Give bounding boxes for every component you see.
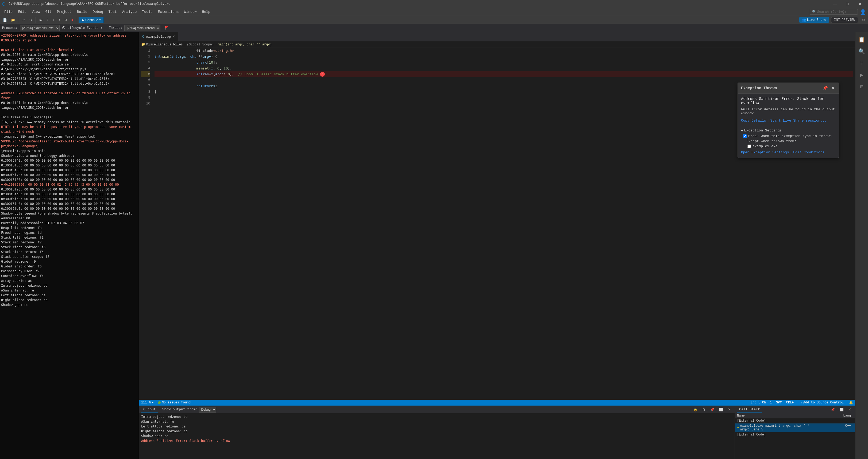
exception-pin-button[interactable]: 📌 [822,85,829,91]
add-to-source-control[interactable]: ⬆ Add to Source Control [800,401,844,405]
continue-dropdown-icon: ▾ [99,18,101,22]
call-stack-maximize-button[interactable]: ⬜ [838,407,845,413]
open-exception-settings-link[interactable]: Open Exception Settings [741,151,789,155]
except-exe-checkbox[interactable] [747,144,751,148]
terminal-line: #0 0xd1230 in main C:\MSDN\cpp-docs-pr\d… [1,52,138,62]
undo-button[interactable]: ↩ [21,17,27,23]
menu-edit[interactable]: Edit [16,9,28,15]
collapse-icon: ◀ [741,128,743,133]
menu-test[interactable]: Test [106,9,119,15]
step-into-button[interactable]: ↓ [51,17,56,23]
step-back-button[interactable]: ⏮ [37,17,44,23]
redo-button[interactable]: ↪ [28,17,34,23]
menu-help[interactable]: Help [200,9,212,15]
live-share-button[interactable]: 👥 Live Share [799,17,829,23]
ln-9: 9 [141,95,150,101]
tab-close-button[interactable]: × [173,34,175,39]
stop-button[interactable]: ■ [69,17,75,23]
menu-extensions[interactable]: Extensions [156,9,181,15]
output-filter-select[interactable]: Debug [198,407,216,413]
editor-tab-example1cpp[interactable]: C example1.cpp × [139,32,178,41]
output-line: Right alloca redzone: cb [141,429,733,434]
code-line-2: int main(int argc, char **argv) { [155,54,853,60]
menu-view[interactable]: View [29,9,42,15]
extensions-activity-button[interactable]: ⊞ [857,81,867,92]
breadcrumb-folder[interactable]: Miscellaneous Files [146,43,183,46]
output-scroll-lock-button[interactable]: 🔒 [691,407,699,413]
settings-button[interactable]: ⚙ [860,17,867,23]
no-issues-icon [158,401,161,404]
open-folder-button[interactable]: 📂 [9,17,17,23]
call-stack-close-button[interactable]: ✕ [847,407,853,413]
breadcrumb-sep-1: › [184,43,186,46]
output-maximize-button[interactable]: ⬜ [717,407,725,413]
thread-select[interactable]: [2604] Main Thread [124,25,160,31]
new-file-button[interactable]: 📄 [1,17,9,23]
call-stack-pin-button[interactable]: 📌 [829,407,837,413]
call-stack-tab[interactable]: Call Stack [737,406,762,413]
breadcrumb-scope[interactable]: (Global Scope) [187,43,214,46]
editor-area: 1 2 3 4 5 6 7 8 9 10 #include <string.h> [139,48,855,405]
menu-build[interactable]: Build [75,9,90,15]
output-tab[interactable]: Output [141,406,158,413]
explorer-activity-button[interactable]: 📋 [857,34,867,45]
cs-row-external-2[interactable]: [External Code] [735,432,855,437]
cs-row-external-1[interactable]: [External Code] [735,418,855,423]
notifications-status[interactable]: 🔔 [849,401,853,405]
zoom-status[interactable]: 111 % ▾ [141,401,154,405]
tab-filename: example1.cpp [146,35,171,39]
terminal-line: Address 0x007afcb2 is located in stack o… [1,91,138,100]
continue-button[interactable]: ▶ Continue ▾ [79,17,104,23]
menu-git[interactable]: Git [43,9,54,15]
no-issues-status[interactable]: No issues found [158,401,191,404]
account-icon[interactable]: 👤 [860,9,866,15]
search-placeholder: Search (Ctrl+Q) [817,10,846,14]
code-line-1: #include <string.h> [155,48,853,54]
menu-debug[interactable]: Debug [91,9,105,15]
editor-status-bar: 111 % ▾ No issues found Ln: 5 Ch: 1 SPC … [139,400,855,405]
cs-col-lang-header: Lang [813,414,853,418]
break-on-exception-checkbox[interactable] [743,134,747,138]
maximize-button[interactable]: □ [841,0,854,8]
line-col-status[interactable]: Ln: 5 Ch: 1 [751,401,772,404]
menu-tools[interactable]: Tools [140,9,155,15]
search-activity-button[interactable]: 🔍 [857,46,867,57]
debug-activity-button[interactable]: ▶ [857,69,867,80]
menu-project[interactable]: Project [55,9,74,15]
output-panel: Output Show output from: Debug 🔒 🗑 📌 ⬜ ✕ [139,406,735,459]
search-box[interactable]: 🔍 Search (Ctrl+Q) [810,9,858,15]
cs-row-main[interactable]: ➡ example1.exe!main(int argc, char * * a… [735,423,855,432]
edit-conditions-link[interactable]: Edit Conditions [793,151,825,155]
minimize-button[interactable]: — [829,0,841,8]
int-preview-label: INT PREVIEW [834,18,855,22]
code-area[interactable]: #include <string.h> int main(int argc, c… [152,48,855,400]
process-select[interactable]: [23696] example1.exe [20,25,60,31]
exception-body: Address Sanitizer Error: Stack buffer ov… [738,94,839,158]
output-close-button[interactable]: ✕ [726,407,733,413]
menu-file[interactable]: File [2,9,15,15]
line-ending-status[interactable]: CRLF [786,401,794,404]
menu-analyze[interactable]: Analyze [120,9,139,15]
output-pin-button[interactable]: 📌 [708,407,716,413]
restart-button[interactable]: ↺ [63,17,69,23]
title-bar: ⬡ C:\MSDN\cpp-docs-pr\docs\c-language\AS… [0,0,868,8]
git-activity-button[interactable]: ⑂ [857,58,867,68]
start-live-share-link[interactable]: Start Live Share session... [770,119,827,123]
terminal-line: ASan internal: fe [1,288,138,293]
live-share-label: Live Share [807,18,826,22]
menu-window[interactable]: Window [182,9,199,15]
output-clear-button[interactable]: 🗑 [701,407,707,413]
step-out-button[interactable]: ↑ [57,17,62,23]
encoding-status[interactable]: SPC [776,401,782,404]
output-content[interactable]: Intra object redzone: bb ASan internal: … [139,413,735,459]
continue-icon: ▶ [82,18,84,22]
breadcrumb-function[interactable]: main(int argc, char ** argv) [218,43,272,46]
step-over-button[interactable]: ⤵ [45,17,50,23]
close-button[interactable]: ✕ [854,0,866,8]
copy-details-link[interactable]: Copy Details [741,119,766,123]
terminal-line: \example1.cpp:5 in main [1,149,138,153]
int-preview-button[interactable]: INT PREVIEW [831,17,858,23]
exception-close-button[interactable]: ✕ [830,85,836,91]
terminal-line: Intra object redzone: bb [1,283,138,288]
terminal-panel[interactable]: =23696==ERROR: AddressSanitizer: stack-b… [0,32,139,459]
